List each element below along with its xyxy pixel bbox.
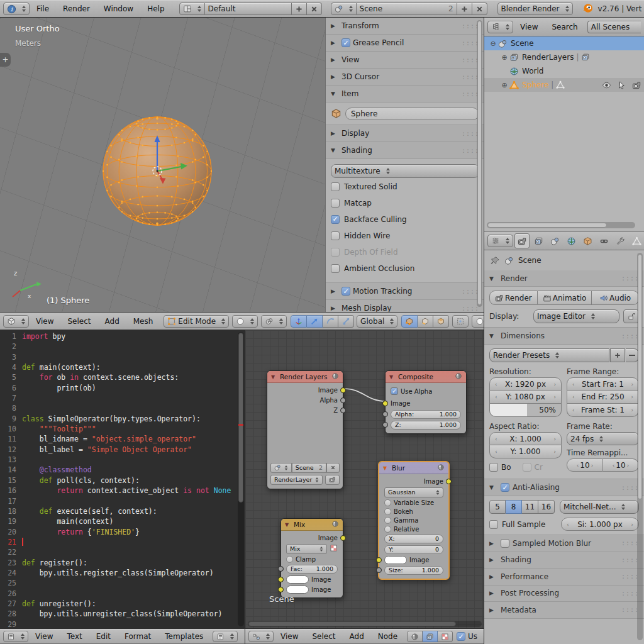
properties-tab-scene[interactable] (547, 233, 562, 248)
resolution-y-field[interactable]: ‹Y: 1080 px› (489, 391, 562, 404)
occlude-geometry-button[interactable] (452, 315, 469, 328)
pivot-point-select[interactable] (261, 315, 287, 328)
node-socket-input[interactable] (382, 422, 388, 428)
toggle-ambient-occlusion[interactable] (331, 264, 340, 273)
node-number-field[interactable]: Z:1.000 (391, 421, 461, 430)
code-line[interactable]: 9class SimpleOperator(bpy.types.Operator… (0, 414, 245, 424)
code-line[interactable]: 29 (0, 619, 245, 629)
code-line[interactable]: 20 return {'FINISHED'} (0, 527, 245, 537)
properties-tab-camera[interactable] (514, 233, 530, 248)
screen-layout-field[interactable]: Default (205, 3, 292, 15)
scene-name-field[interactable]: Scene2 (292, 463, 326, 473)
menu-file[interactable]: File (30, 4, 56, 13)
resolution-x-field[interactable]: ‹X: 1920 px› (489, 377, 562, 391)
menu-select[interactable]: Select (305, 632, 342, 641)
code-line[interactable]: 15 def poll(cls, context): (0, 475, 245, 486)
outliner[interactable]: ViewSearchAll Scenes⊖Scene⊕RenderLayers|… (484, 18, 644, 231)
vertex-select-mode-button[interactable] (401, 315, 418, 328)
node-mix[interactable]: ▼MixImageMixClampFac:1.000ImageImage (280, 518, 343, 598)
use-alpha-checkbox[interactable]: ✓ (391, 387, 398, 395)
code-line[interactable]: 23def register(): (0, 558, 245, 568)
screen-layout-icon-button[interactable] (179, 3, 205, 15)
code-line[interactable]: 5 for ob in context.scene.objects: (0, 372, 245, 382)
menu-view[interactable]: View (513, 23, 545, 31)
code-line[interactable]: 12 bl_label = "Simple Object Operator" (0, 445, 245, 455)
panel-header-item[interactable]: ▼Item:::: (326, 86, 484, 103)
menu-add[interactable]: Add (343, 632, 371, 641)
panel-header-metadata[interactable]: ▶Metadata:::: (484, 602, 644, 619)
render-display-select[interactable]: Image Editor (533, 309, 619, 323)
aa-samples-11-button[interactable]: 11 (522, 500, 538, 514)
panel-header-transform[interactable]: ▶Transform:::: (326, 18, 484, 35)
panel-checkbox[interactable]: ✓ (341, 287, 350, 296)
code-line[interactable]: 8 (0, 403, 245, 413)
pointer-icon[interactable] (617, 80, 626, 90)
render-presets-select[interactable]: Render Presets (489, 348, 609, 362)
menu-node[interactable]: Node (371, 632, 404, 641)
frame-step-field[interactable]: ‹Frame St: 1› (567, 404, 639, 417)
menu-format[interactable]: Format (118, 632, 158, 641)
node-render-layers[interactable]: ▼Render LayersImageAlphaZScene2RenderLay… (267, 370, 343, 489)
node-socket-input[interactable] (278, 577, 284, 582)
aa-samples-5-button[interactable]: 5 (489, 500, 506, 514)
panel-header-sampled-motion-blur[interactable]: ▶Sampled Motion Blur:::: (484, 535, 644, 552)
panel-header-post-processing[interactable]: ▶Post Processing:::: (484, 586, 644, 602)
properties-tab-wrench[interactable] (613, 233, 628, 248)
manipulator-rotate-button[interactable] (323, 315, 338, 328)
outliner-row-scene[interactable]: ⊖Scene (484, 36, 644, 50)
outliner-hscrollbar[interactable] (487, 222, 635, 228)
shading-mode-select[interactable]: Multitexture (331, 164, 479, 178)
panel-header-grease-pencil[interactable]: ▶✓Grease Pencil:::: (326, 35, 484, 52)
camera-icon[interactable] (632, 80, 641, 90)
scene-datablock-select[interactable] (270, 463, 292, 473)
end-frame-field[interactable]: ‹End Fr: 250› (567, 391, 639, 404)
face-select-mode-button[interactable] (433, 315, 449, 328)
pin-icon[interactable] (491, 256, 500, 265)
time-remap-new-field[interactable]: ‹10› (603, 458, 639, 472)
audio-button[interactable]: Audio (592, 291, 639, 305)
aa-filter-select[interactable]: Mitchell-Net... (560, 500, 639, 514)
menu-text[interactable]: Text (60, 632, 89, 641)
compositing-nodes-button[interactable] (423, 631, 438, 642)
outliner-filter-select[interactable]: All Scenes (587, 21, 641, 33)
start-frame-field[interactable]: ‹Start Fra: 1› (567, 377, 639, 391)
panel-header-motion-tracking[interactable]: ▶✓Motion Tracking:::: (326, 283, 484, 300)
viewport-shading-select[interactable] (232, 315, 258, 328)
toggle-gamma[interactable] (384, 517, 391, 524)
panel-header-performance[interactable]: ▶Performance:::: (484, 569, 644, 586)
panel-grip-icon[interactable]: :::: (621, 333, 639, 340)
add-layout-button[interactable] (292, 3, 307, 15)
panel-grip-icon[interactable]: :::: (621, 590, 639, 597)
sphere-mesh-edit-mode[interactable] (0, 18, 324, 313)
border-checkbox[interactable] (489, 463, 498, 472)
properties-tab-meshtri[interactable] (629, 233, 644, 248)
toggle-backface-culling[interactable]: ✓ (331, 215, 340, 224)
toggle-clamp[interactable] (286, 556, 293, 563)
scene-icon-button[interactable] (331, 3, 357, 15)
editor-type-button-text[interactable] (3, 631, 28, 642)
node-socket-output[interactable] (340, 387, 346, 393)
node-socket-input[interactable] (382, 411, 388, 417)
node-socket-output[interactable] (340, 535, 346, 541)
node-socket-input[interactable] (376, 567, 382, 573)
node-number-field[interactable]: X:0 (384, 535, 443, 543)
menu-view[interactable]: View (28, 632, 60, 641)
menu-edit[interactable]: Edit (89, 632, 118, 641)
node-header[interactable]: ▼Render Layers (267, 371, 343, 383)
outliner-row-sphere[interactable]: ⊕Sphere| (484, 78, 644, 92)
code-line[interactable]: 28 bpy.utils.unregister_class(SimpleOper… (0, 609, 245, 619)
code-line[interactable]: 1import bpy (0, 331, 245, 341)
panel-grip-icon[interactable]: :::: (462, 305, 479, 312)
toggle-variable-size[interactable] (384, 499, 391, 506)
menu-view[interactable]: View (29, 317, 60, 326)
node-socket-output[interactable] (340, 397, 346, 403)
crop-checkbox[interactable] (523, 463, 531, 472)
code-line[interactable]: 13 (0, 455, 245, 465)
code-line[interactable]: 6 print(ob) (0, 383, 245, 393)
manipulator-translate-button[interactable] (291, 315, 307, 328)
use-nodes-checkbox[interactable]: ✓ (457, 632, 465, 641)
toggle-textured-solid[interactable] (331, 182, 340, 191)
animatio-button[interactable]: Animatio (538, 291, 592, 305)
eye-icon[interactable] (602, 80, 611, 90)
toggle-depth-of-field[interactable] (331, 248, 340, 257)
